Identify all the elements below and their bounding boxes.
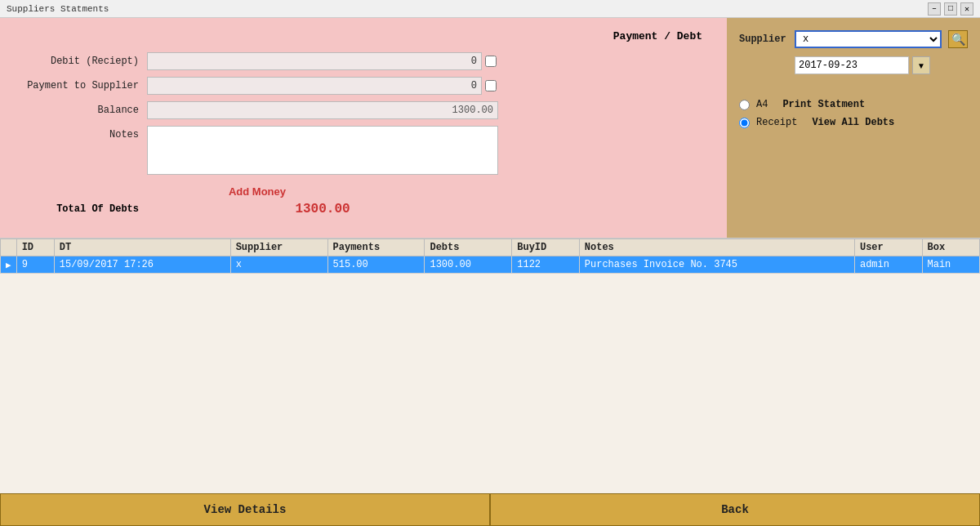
- date-input[interactable]: [795, 56, 909, 74]
- notes-label: Notes: [16, 126, 147, 140]
- debit-label: Debit (Reciept): [16, 56, 147, 67]
- a4-radio[interactable]: [739, 100, 750, 110]
- title-bar: Suppliers Statments – □ ✕: [0, 0, 980, 18]
- row-arrow: ▶: [1, 256, 17, 274]
- total-row: Total Of Debts 1300.00: [16, 202, 710, 216]
- col-payments: Payments: [327, 239, 425, 256]
- maximize-button[interactable]: □: [944, 2, 957, 16]
- supplier-row: Supplier x 🔍: [739, 30, 968, 48]
- a4-label: A4: [756, 99, 768, 110]
- receipt-row: Receipt View All Debts: [739, 117, 968, 128]
- payment-input[interactable]: [147, 77, 482, 95]
- receipt-radio[interactable]: [739, 118, 750, 128]
- debit-input-wrapper: [147, 52, 497, 70]
- col-user: User: [854, 239, 922, 256]
- cell-payments: 515.00: [327, 256, 425, 274]
- col-debts: Debts: [425, 239, 512, 256]
- window-controls: – □ ✕: [928, 2, 973, 16]
- back-button[interactable]: Back: [490, 493, 980, 526]
- balance-row: Balance: [16, 101, 710, 119]
- payment-label: Payment to Supplier: [16, 80, 147, 91]
- payment-checkbox[interactable]: [485, 80, 497, 91]
- cell-box: Main: [922, 256, 980, 274]
- form-header: Payment / Debt: [16, 30, 710, 42]
- cell-user: admin: [854, 256, 922, 274]
- col-buyid: BuyID: [512, 239, 580, 256]
- balance-input: [147, 101, 498, 119]
- supplier-label: Supplier: [739, 33, 788, 45]
- col-arrow: [1, 239, 17, 256]
- data-table: ID DT Supplier Payments Debts BuyID Note…: [0, 238, 980, 274]
- payment-debt-header: Payment / Debt: [613, 30, 702, 42]
- cell-id: 9: [16, 256, 54, 274]
- date-row: ▼: [739, 56, 968, 74]
- debit-row: Debit (Reciept): [16, 52, 710, 70]
- bottom-bar: View Details Back: [0, 493, 980, 526]
- col-dt: DT: [54, 239, 230, 256]
- debit-checkbox[interactable]: [485, 56, 497, 67]
- table-wrapper: ID DT Supplier Payments Debts BuyID Note…: [0, 238, 980, 274]
- minimize-button[interactable]: –: [928, 2, 941, 16]
- notes-textarea[interactable]: [147, 126, 498, 175]
- print-statment-label: Print Statment: [782, 99, 865, 110]
- receipt-label: Receipt: [756, 117, 797, 128]
- col-box: Box: [922, 239, 980, 256]
- balance-label: Balance: [16, 105, 147, 116]
- a4-row: A4 Print Statment: [739, 99, 968, 110]
- window-title: Suppliers Statments: [7, 4, 109, 14]
- cell-debts: 1300.00: [425, 256, 512, 274]
- total-label: Total Of Debts: [16, 203, 147, 215]
- payment-input-wrapper: [147, 77, 497, 95]
- col-id: ID: [16, 239, 54, 256]
- table-area: ID DT Supplier Payments Debts BuyID Note…: [0, 238, 980, 274]
- add-money-wrapper: Add Money: [16, 181, 498, 198]
- cell-supplier: x: [230, 256, 327, 274]
- search-icon: 🔍: [951, 33, 965, 46]
- cell-dt: 15/09/2017 17:26: [54, 256, 230, 274]
- main-content: Payment / Debt Debit (Reciept) Payment t…: [0, 18, 980, 238]
- add-money-button[interactable]: Add Money: [16, 185, 498, 198]
- cell-buyid: 1122: [512, 256, 580, 274]
- cell-notes: Purchases Invoice No. 3745: [579, 256, 854, 274]
- table-row[interactable]: ▶ 9 15/09/2017 17:26 x 515.00 1300.00 11…: [1, 256, 980, 274]
- print-section: A4 Print Statment Receipt View All Debts: [739, 99, 968, 128]
- payment-row: Payment to Supplier: [16, 77, 710, 95]
- view-details-button[interactable]: View Details: [0, 493, 490, 526]
- calendar-button[interactable]: ▼: [912, 56, 930, 74]
- right-panel: Supplier x 🔍 ▼ A4 Print Statment: [727, 18, 980, 238]
- notes-row: Notes: [16, 126, 710, 175]
- calendar-icon: ▼: [917, 61, 925, 70]
- col-notes: Notes: [579, 239, 854, 256]
- total-value: 1300.00: [147, 202, 498, 216]
- search-button[interactable]: 🔍: [948, 30, 968, 48]
- supplier-select[interactable]: x: [795, 30, 942, 48]
- close-button[interactable]: ✕: [960, 2, 973, 16]
- empty-space: [0, 274, 980, 493]
- debit-input[interactable]: [147, 52, 482, 70]
- table-header-row: ID DT Supplier Payments Debts BuyID Note…: [1, 239, 980, 256]
- col-supplier: Supplier: [230, 239, 327, 256]
- form-area: Payment / Debt Debit (Reciept) Payment t…: [0, 18, 727, 238]
- view-all-debts-label: View All Debts: [812, 117, 894, 128]
